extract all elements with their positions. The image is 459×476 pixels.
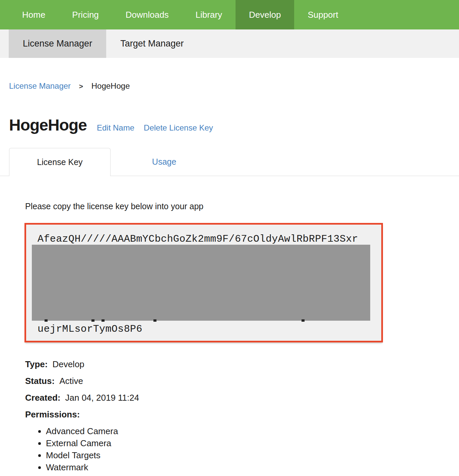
secondary-navigation: License Manager Target Manager [0, 29, 459, 58]
text-fragment [102, 319, 105, 322]
subnav-item-target-manager[interactable]: Target Manager [106, 29, 198, 58]
subnav-item-license-manager[interactable]: License Manager [9, 29, 106, 58]
redaction-overlay [32, 245, 370, 321]
license-details: Type:Develop Status:Active Created:Jan 0… [25, 360, 459, 472]
tab-bar: License Key Usage [0, 148, 459, 176]
nav-item-pricing[interactable]: Pricing [59, 0, 112, 29]
breadcrumb-separator: > [79, 82, 83, 90]
nav-item-develop[interactable]: Develop [236, 0, 294, 29]
detail-permissions-label: Permissions: [25, 409, 80, 419]
detail-status-value: Active [59, 376, 83, 386]
delete-license-key-link[interactable]: Delete License Key [144, 123, 213, 133]
nav-item-library[interactable]: Library [182, 0, 235, 29]
nav-item-downloads[interactable]: Downloads [112, 0, 182, 29]
license-key-line-first: AfeazQH/////AAABmYCbchGoZk2mm9F/67cOldyA… [38, 233, 381, 245]
license-key-box[interactable]: AfeazQH/////AAABmYCbchGoZk2mm9F/67cOldyA… [24, 223, 383, 342]
detail-created-label: Created: [25, 393, 60, 403]
detail-type: Type:Develop [25, 360, 459, 369]
nav-item-support[interactable]: Support [294, 0, 351, 29]
tab-usage[interactable]: Usage [111, 148, 218, 176]
breadcrumb-license-manager-link[interactable]: License Manager [9, 81, 71, 90]
detail-type-label: Type: [25, 359, 48, 369]
breadcrumb-current: HogeHoge [91, 81, 130, 90]
text-fragment [153, 319, 156, 322]
page-title: HogeHoge [9, 116, 87, 135]
permission-item: Watermark [46, 463, 459, 472]
edit-name-link[interactable]: Edit Name [97, 123, 134, 133]
detail-created: Created:Jan 04, 2019 11:24 [25, 393, 459, 402]
nav-item-home[interactable]: Home [9, 0, 59, 29]
breadcrumb: License Manager > HogeHoge [9, 81, 459, 91]
tab-license-key[interactable]: License Key [9, 148, 111, 176]
detail-status-label: Status: [25, 376, 55, 386]
license-key-line-last: uejrMLsorTymOs8P6 [38, 323, 381, 335]
text-fragment [302, 319, 305, 322]
title-row: HogeHoge Edit Name Delete License Key [9, 116, 459, 135]
top-navigation: Home Pricing Downloads Library Develop S… [0, 0, 459, 29]
text-fragment [45, 319, 48, 322]
permissions-list: Advanced Camera External Camera Model Ta… [25, 426, 459, 472]
copy-instruction-text: Please copy the license key below into y… [25, 202, 459, 211]
text-fragment [91, 319, 94, 322]
detail-status: Status:Active [25, 376, 459, 386]
detail-created-value: Jan 04, 2019 11:24 [65, 393, 139, 403]
detail-permissions: Permissions: [25, 410, 459, 419]
permission-item: Advanced Camera [46, 426, 459, 436]
permission-item: External Camera [46, 439, 459, 448]
permission-item: Model Targets [46, 451, 459, 460]
detail-type-value: Develop [52, 359, 84, 369]
